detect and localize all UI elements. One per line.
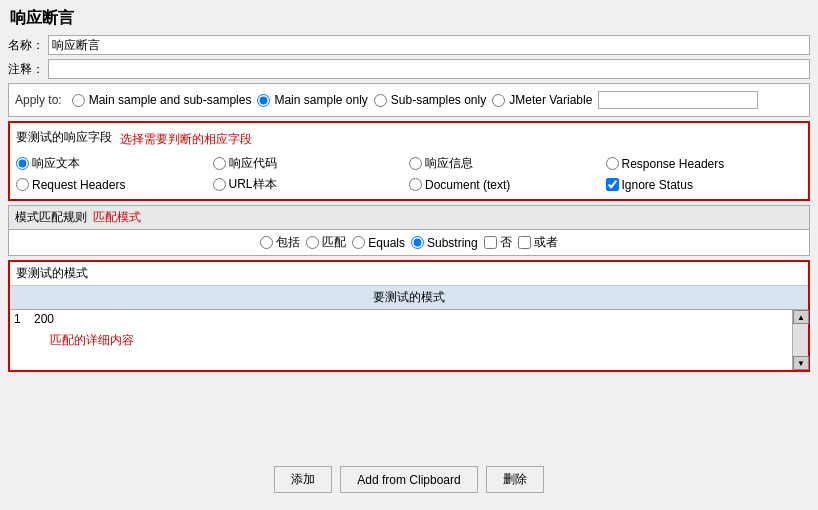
radio-equals[interactable]: Equals: [352, 236, 405, 250]
note-row: 注释：: [8, 59, 810, 79]
scroll-up-btn[interactable]: ▲: [793, 310, 809, 324]
patterns-header-label: 要测试的模式: [10, 262, 808, 286]
button-row: 添加 Add from Clipboard 删除: [8, 456, 810, 503]
radio-sub-only[interactable]: Sub-samples only: [374, 93, 486, 107]
scrollbar[interactable]: ▲ ▼: [792, 310, 808, 370]
radio-response-code[interactable]: 响应代码: [213, 155, 410, 172]
match-rules-section: 模式匹配规则 匹配模式 包括 匹配 Equals Substring 否: [8, 205, 810, 256]
match-rules-hint: 匹配模式: [93, 209, 141, 226]
test-field-options: 响应文本 响应代码 响应信息 Response Headers Request …: [16, 155, 802, 193]
scroll-down-btn[interactable]: ▼: [793, 356, 809, 370]
radio-url-sample[interactable]: URL样本: [213, 176, 410, 193]
radio-jmeter-var[interactable]: JMeter Variable: [492, 93, 592, 107]
match-detail-hint: 匹配的详细内容: [10, 328, 792, 353]
note-input[interactable]: [48, 59, 810, 79]
jmeter-var-input[interactable]: [598, 91, 758, 109]
match-rules-label: 模式匹配规则: [15, 209, 87, 226]
apply-to-section: Apply to: Main sample and sub-samples Ma…: [8, 83, 810, 117]
radio-include[interactable]: 包括: [260, 234, 300, 251]
patterns-section: 要测试的模式 要测试的模式 1 200 匹配的详细内容 ▲ ▼: [8, 260, 810, 372]
radio-main-only[interactable]: Main sample only: [257, 93, 367, 107]
test-field-section: 要测试的响应字段 选择需要判断的相应字段 响应文本 响应代码 响应信息 Resp…: [8, 121, 810, 201]
pattern-row-1-num: 1: [14, 312, 34, 326]
checkbox-ignore-status[interactable]: Ignore Status: [606, 176, 803, 193]
name-row: 名称：: [8, 35, 810, 55]
add-button[interactable]: 添加: [274, 466, 332, 493]
radio-response-info[interactable]: 响应信息: [409, 155, 606, 172]
radio-main-sub[interactable]: Main sample and sub-samples: [72, 93, 252, 107]
pattern-row-1-val: 200: [34, 312, 788, 326]
bottom-spacer: [8, 376, 810, 456]
delete-button[interactable]: 删除: [486, 466, 544, 493]
checkbox-not[interactable]: 否: [484, 234, 512, 251]
match-rules-header: 模式匹配规则 匹配模式: [9, 206, 809, 230]
test-field-hint: 选择需要判断的相应字段: [120, 131, 252, 148]
note-label: 注释：: [8, 61, 48, 78]
radio-substring[interactable]: Substring: [411, 236, 478, 250]
radio-response-headers[interactable]: Response Headers: [606, 155, 803, 172]
name-label: 名称：: [8, 37, 48, 54]
radio-document-text[interactable]: Document (text): [409, 176, 606, 193]
patterns-table-body: 1 200 匹配的详细内容 ▲ ▼: [10, 310, 808, 370]
radio-response-text[interactable]: 响应文本: [16, 155, 213, 172]
add-clipboard-button[interactable]: Add from Clipboard: [340, 466, 477, 493]
radio-match[interactable]: 匹配: [306, 234, 346, 251]
radio-request-headers[interactable]: Request Headers: [16, 176, 213, 193]
apply-to-row: Apply to: Main sample and sub-samples Ma…: [15, 88, 803, 112]
match-mode-row: 包括 匹配 Equals Substring 否 或者: [9, 230, 809, 255]
name-input[interactable]: [48, 35, 810, 55]
panel-title: 响应断言: [8, 8, 810, 29]
apply-to-label: Apply to:: [15, 93, 62, 107]
main-container: 响应断言 名称： 注释： Apply to: Main sample and s…: [0, 0, 818, 510]
pattern-row-1: 1 200: [10, 310, 792, 328]
patterns-table-header: 要测试的模式: [10, 286, 808, 310]
checkbox-or[interactable]: 或者: [518, 234, 558, 251]
test-field-label: 要测试的响应字段: [16, 129, 112, 146]
